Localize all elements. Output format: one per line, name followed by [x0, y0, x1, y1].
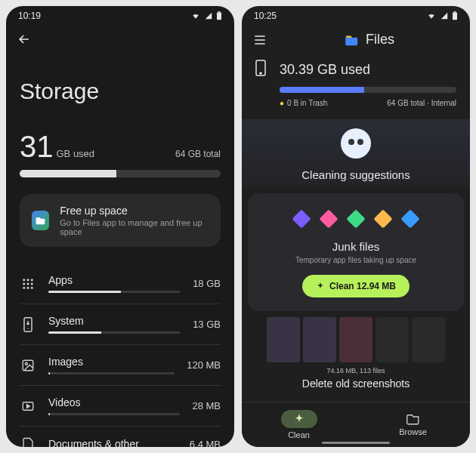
status-bar: 10:25 — [242, 6, 470, 24]
signal-icon — [440, 12, 449, 20]
svg-point-5 — [23, 282, 25, 285]
category-row-docs[interactable]: Documents & other6.4 MB — [20, 427, 221, 447]
nav-browse[interactable]: Browse — [356, 402, 470, 447]
svg-rect-1 — [218, 11, 221, 13]
junk-subtitle: Temporary app files taking up space — [258, 256, 453, 264]
svg-point-13 — [25, 362, 27, 365]
top-bar: Files — [242, 24, 470, 52]
signal-icon — [204, 12, 213, 20]
menu-button[interactable] — [252, 32, 267, 48]
category-label: Images — [48, 356, 175, 368]
clock: 10:19 — [18, 11, 41, 21]
sparkle-icon — [316, 282, 325, 291]
docs-icon — [20, 437, 36, 447]
svg-point-4 — [31, 279, 33, 281]
usage-summary: 31GB used 64 GB total — [20, 130, 221, 164]
category-label: Videos — [48, 396, 180, 408]
files-app-icon — [32, 211, 49, 230]
wifi-icon — [426, 12, 437, 20]
phone-icon — [255, 60, 270, 79]
images-icon — [20, 359, 36, 372]
hero-title: Cleaning suggestions — [301, 168, 410, 181]
bottom-nav: Clean Browse — [242, 402, 470, 447]
page-title: Storage — [20, 79, 221, 104]
category-label: Documents & other — [48, 438, 178, 447]
trash-size: ●0 B in Trash — [280, 99, 327, 107]
free-up-title: Free up space — [60, 205, 209, 217]
system-icon — [20, 317, 36, 332]
screenshots-card[interactable]: 74.16 MB, 113 files Delete old screensho… — [248, 317, 464, 390]
screenshots-title: Delete old screenshots — [248, 378, 464, 390]
category-value: 18 GB — [193, 278, 221, 289]
category-row-videos[interactable]: Videos28 MB — [20, 386, 221, 426]
clean-junk-button[interactable]: Clean 12.94 MB — [302, 275, 410, 297]
home-indicator[interactable] — [322, 442, 390, 444]
category-label: Apps — [48, 274, 181, 286]
category-value: 13 GB — [193, 319, 221, 330]
svg-point-2 — [23, 279, 25, 281]
status-icons — [190, 11, 222, 20]
apps-icon — [20, 277, 36, 291]
category-value: 28 MB — [192, 400, 221, 411]
used-label: 30.39 GB used — [280, 62, 370, 78]
svg-point-9 — [27, 286, 29, 288]
files-logo-icon — [345, 34, 360, 46]
free-up-subtitle: Go to Files app to manage and free up sp… — [60, 218, 209, 236]
storage-summary[interactable]: 30.39 GB used ●0 B in Trash 64 GB total … — [242, 52, 470, 112]
videos-icon — [20, 399, 36, 413]
svg-rect-15 — [453, 13, 457, 20]
back-button[interactable] — [17, 32, 32, 47]
battery-icon — [452, 11, 458, 20]
usage-value: 31 — [20, 130, 54, 163]
junk-files-card[interactable]: Junk files Temporary app files taking up… — [248, 193, 464, 311]
cleaning-hero: Cleaning suggestions — [242, 119, 470, 187]
screenshots-meta: 74.16 MB, 113 files — [248, 367, 464, 374]
category-label: System — [48, 315, 181, 327]
files-app-screen: 10:25 Files 30.39 GB used ●0 B in Trash … — [242, 6, 470, 447]
svg-point-18 — [260, 72, 261, 74]
category-value: 6.4 MB — [190, 439, 221, 448]
nav-clean[interactable]: Clean — [242, 402, 356, 447]
category-row-apps[interactable]: Apps18 GB — [20, 263, 221, 304]
usage-unit: GB used — [57, 148, 95, 159]
storage-bar — [280, 87, 456, 93]
storage-bar — [20, 170, 221, 177]
junk-title: Junk files — [258, 240, 453, 253]
app-title: Files — [345, 32, 394, 48]
top-bar — [6, 24, 234, 51]
clock: 10:25 — [254, 11, 277, 21]
svg-point-7 — [31, 282, 33, 285]
free-up-space-card[interactable]: Free up space Go to Files app to manage … — [20, 194, 221, 247]
usage-total: 64 GB total — [175, 149, 221, 159]
svg-point-10 — [31, 286, 33, 288]
category-row-images[interactable]: Images120 MB — [20, 345, 221, 385]
svg-point-6 — [27, 282, 29, 285]
folder-icon — [406, 413, 420, 425]
status-bar: 10:19 — [6, 6, 234, 24]
sparkle-icon — [293, 413, 305, 425]
total-label: 64 GB total · Internal — [387, 99, 456, 107]
settings-storage-screen: 10:19 Storage 31GB used 64 GB total Free… — [6, 6, 234, 447]
mascot-icon — [341, 128, 371, 159]
svg-point-8 — [23, 286, 25, 288]
svg-rect-12 — [23, 360, 33, 371]
svg-rect-0 — [217, 13, 221, 20]
svg-rect-16 — [454, 11, 456, 13]
junk-illustration — [258, 205, 453, 233]
svg-point-3 — [27, 279, 29, 281]
screenshot-thumbs — [248, 317, 464, 362]
category-value: 120 MB — [187, 359, 221, 371]
category-row-system[interactable]: System13 GB — [20, 304, 221, 344]
battery-icon — [216, 11, 222, 20]
wifi-icon — [190, 12, 201, 20]
status-icons — [426, 11, 458, 20]
